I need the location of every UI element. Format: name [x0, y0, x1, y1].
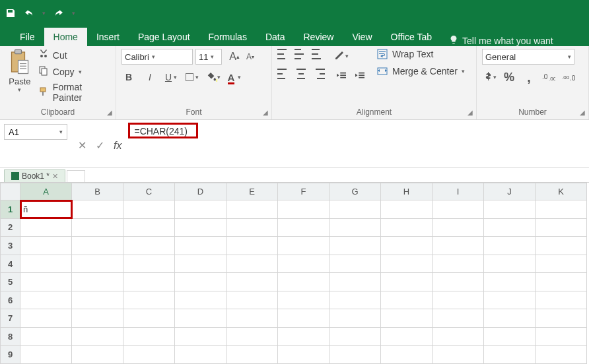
name-box[interactable]: A1 ▾ — [4, 124, 67, 140]
copy-button[interactable]: Copy ▾ — [38, 65, 110, 78]
cell[interactable] — [72, 346, 123, 364]
cell[interactable] — [433, 291, 484, 309]
copy-dropdown-icon[interactable]: ▾ — [79, 69, 82, 75]
cell[interactable] — [433, 218, 484, 237]
cell[interactable] — [433, 273, 484, 291]
cell[interactable] — [226, 309, 278, 328]
cell[interactable] — [329, 237, 381, 255]
increase-font-size-button[interactable]: A▴ — [227, 49, 242, 64]
cell[interactable] — [175, 291, 226, 309]
cell[interactable] — [381, 291, 433, 309]
column-header[interactable]: I — [433, 183, 484, 200]
cell[interactable] — [72, 291, 123, 309]
tell-me-search[interactable]: Tell me what you want — [449, 35, 553, 46]
row-header[interactable]: 4 — [1, 255, 20, 273]
increase-decimal-button[interactable]: .0.00 — [541, 70, 556, 84]
column-header[interactable]: F — [278, 183, 329, 200]
cell[interactable] — [484, 237, 536, 255]
cell[interactable] — [536, 309, 587, 328]
align-left-button[interactable] — [277, 69, 291, 79]
cell[interactable] — [278, 346, 329, 364]
cell[interactable] — [381, 200, 433, 219]
cell[interactable] — [433, 200, 484, 219]
cell[interactable] — [381, 309, 433, 328]
cell[interactable] — [381, 346, 433, 364]
enter-formula-icon[interactable]: ✓ — [96, 139, 104, 152]
cell[interactable] — [20, 327, 72, 346]
cell[interactable] — [536, 255, 587, 273]
cell[interactable] — [72, 200, 123, 219]
cell[interactable] — [484, 291, 536, 309]
comma-style-button[interactable]: , — [522, 70, 536, 84]
cell[interactable] — [433, 237, 484, 255]
cell[interactable] — [123, 273, 175, 291]
column-header[interactable]: G — [329, 183, 381, 200]
align-middle-button[interactable] — [294, 49, 308, 59]
cell[interactable] — [329, 327, 381, 346]
insert-function-icon[interactable]: fx — [114, 140, 121, 152]
redo-icon[interactable] — [53, 8, 64, 18]
increase-indent-button[interactable] — [353, 69, 367, 83]
cell[interactable] — [72, 255, 123, 273]
cell[interactable] — [278, 255, 329, 273]
cell[interactable] — [20, 237, 72, 255]
column-header[interactable]: A — [20, 183, 72, 200]
align-top-button[interactable] — [277, 49, 291, 59]
tab-home[interactable]: Home — [44, 28, 87, 46]
underline-button[interactable]: U ▾ — [164, 70, 178, 84]
cell[interactable] — [123, 346, 175, 364]
row-header[interactable]: 5 — [1, 273, 20, 291]
cell[interactable] — [175, 255, 226, 273]
cell[interactable] — [226, 346, 278, 364]
cell[interactable] — [536, 200, 587, 219]
cell[interactable] — [536, 291, 587, 309]
column-header[interactable]: H — [381, 183, 433, 200]
column-header[interactable]: E — [226, 183, 278, 200]
paste-button[interactable]: Paste ▾ — [5, 49, 34, 106]
row-header[interactable]: 6 — [1, 291, 20, 309]
tab-view[interactable]: View — [343, 28, 381, 46]
cell[interactable] — [329, 255, 381, 273]
cell[interactable] — [226, 218, 278, 237]
row-header[interactable]: 1 — [1, 200, 20, 219]
orientation-button[interactable]: ▾ — [334, 49, 349, 63]
decrease-decimal-button[interactable]: .00.0 — [561, 70, 576, 84]
column-header[interactable]: K — [536, 183, 587, 200]
cell[interactable] — [123, 200, 175, 219]
accounting-format-button[interactable]: ▾ — [482, 70, 497, 84]
clipboard-dialog-launcher-icon[interactable]: ◢ — [105, 109, 114, 118]
cell[interactable] — [278, 291, 329, 309]
cell[interactable] — [381, 218, 433, 237]
bold-button[interactable]: B — [121, 70, 136, 84]
percent-button[interactable]: % — [502, 70, 516, 84]
cell[interactable] — [484, 309, 536, 328]
cell[interactable] — [329, 273, 381, 291]
cell[interactable] — [20, 291, 72, 309]
cell[interactable] — [72, 273, 123, 291]
tab-office-tab[interactable]: Office Tab — [382, 28, 442, 46]
cell[interactable] — [536, 237, 587, 255]
cell[interactable] — [123, 237, 175, 255]
cell[interactable] — [536, 327, 587, 346]
cell[interactable] — [433, 309, 484, 328]
cell[interactable] — [123, 291, 175, 309]
merge-center-button[interactable]: Merge & Center ▾ — [376, 66, 465, 76]
format-painter-button[interactable]: Format Painter — [38, 82, 110, 103]
cell[interactable] — [226, 237, 278, 255]
cell[interactable] — [226, 200, 278, 219]
alignment-dialog-launcher-icon[interactable]: ◢ — [466, 109, 475, 118]
cell[interactable] — [72, 309, 123, 328]
cell[interactable] — [381, 237, 433, 255]
cell[interactable] — [329, 218, 381, 237]
cell[interactable] — [484, 346, 536, 364]
cut-button[interactable]: Cut — [38, 49, 110, 61]
cell[interactable] — [484, 255, 536, 273]
fill-color-button[interactable]: ▾ — [206, 70, 221, 84]
undo-dropdown-icon[interactable]: ▾ — [42, 10, 46, 16]
decrease-font-size-button[interactable]: A▾ — [243, 49, 258, 64]
cell[interactable] — [381, 273, 433, 291]
column-header[interactable]: J — [484, 183, 536, 200]
wrap-text-button[interactable]: Wrap Text — [376, 49, 465, 59]
tab-data[interactable]: Data — [256, 28, 294, 46]
font-dialog-launcher-icon[interactable]: ◢ — [261, 109, 270, 118]
